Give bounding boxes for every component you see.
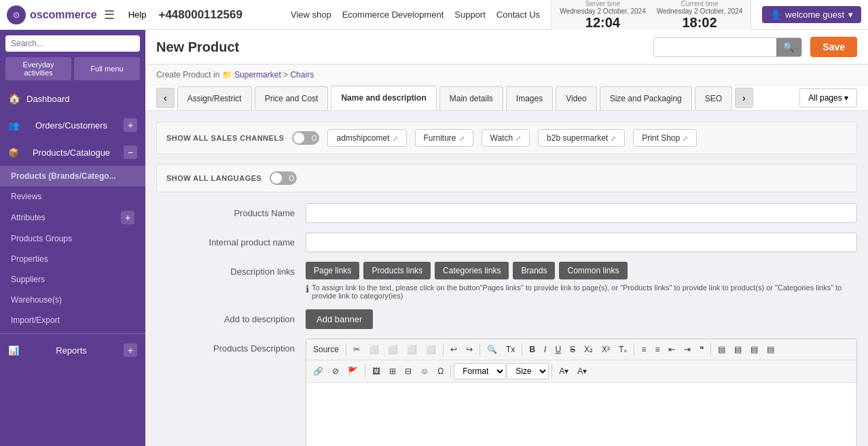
internal-name-input[interactable] [306,233,857,252]
source-button[interactable]: Source [309,342,343,357]
sidebar-sub-item-products-groups[interactable]: Products Groups [0,228,145,249]
tab-size-packaging[interactable]: Size and Packaging [600,86,692,110]
table-button[interactable]: ⊞ [385,363,400,379]
paste-word-button[interactable]: ⬜ [422,342,440,357]
align-left-button[interactable]: ▤ [714,342,729,357]
products-name-input[interactable] [306,203,857,223]
remove-format-button[interactable]: Tₓ [615,342,631,357]
undo-button[interactable]: ↩ [446,342,461,357]
user-menu-button[interactable]: 👤 welcome guest ▾ [762,6,861,23]
everyday-activities-button[interactable]: Everyday activities [5,57,71,80]
sidebar-sub-item-products-brands[interactable]: Products (Brands/Catego... [0,166,145,186]
copy-button[interactable]: ⬜ [365,342,383,357]
sidebar-sub-item-attributes[interactable]: Attributes + [0,207,145,228]
tab-price-cost[interactable]: Price and Cost [255,86,329,110]
tab-main-details[interactable]: Main details [439,86,503,110]
find-button[interactable]: 🔍 [483,342,501,357]
breadcrumb-chairs[interactable]: Chairs [290,70,314,80]
replace-button[interactable]: Tx [502,342,519,357]
image-button[interactable]: 🖼 [368,363,384,379]
blockquote-button[interactable]: ❝ [695,342,708,357]
tab-images[interactable]: Images [506,86,553,110]
common-links-button[interactable]: Common links [559,262,627,279]
save-button[interactable]: Save [810,37,857,57]
paste-button[interactable]: ⬜ [384,342,402,357]
main-content: New Product 🔍 Save Create Product in 📁 S… [145,30,868,446]
horizontal-rule-button[interactable]: ⊟ [401,363,416,379]
editor-body[interactable] [306,383,856,446]
channel-watch[interactable]: Watch ⤢ [482,129,530,147]
tab-name-description[interactable]: Name and description [331,86,436,110]
sidebar-item-orders[interactable]: 👥 Orders/Customers + [0,112,145,139]
reports-expand-button[interactable]: + [124,343,137,357]
breadcrumb-supermarket[interactable]: Supermarket [234,70,281,80]
align-center-button[interactable]: ▤ [730,342,746,357]
link-button[interactable]: 🔗 [309,363,327,379]
categories-links-button[interactable]: Categories links [435,262,509,279]
ecommerce-dev-link[interactable]: Ecommerce Development [342,10,444,20]
bold-button[interactable]: B [525,342,539,357]
page-links-button[interactable]: Page links [306,262,359,279]
top-navigation: ⊙ oscommerce ☰ Help +448000112569 View s… [0,0,868,30]
unlink-button[interactable]: ⊘ [328,363,343,379]
sidebar-item-dashboard[interactable]: 🏠 Dashboard [0,86,145,112]
align-justify-button[interactable]: ▤ [763,342,778,357]
contact-us-link[interactable]: Contact Us [496,10,540,20]
view-shop-link[interactable]: View shop [291,10,331,20]
brands-button[interactable]: Brands [513,262,555,279]
ordered-list-button[interactable]: ≡ [637,342,650,357]
channel-furniture[interactable]: Furniture ⤢ [415,129,473,147]
superscript-button[interactable]: X² [598,342,614,357]
products-expand-button[interactable]: − [124,145,137,159]
help-link[interactable]: Help [128,10,147,20]
align-right-button[interactable]: ▤ [746,342,762,357]
languages-toggle[interactable]: O [270,171,297,185]
logo[interactable]: ⊙ oscommerce [7,5,97,24]
channel-admshipcomet[interactable]: admshipcomet ⤢ [327,129,406,147]
sidebar-sub-item-suppliers[interactable]: Suppliers [0,269,145,290]
font-color-button[interactable]: A▾ [555,363,573,379]
support-link[interactable]: Support [454,10,486,20]
anchor-button[interactable]: 🚩 [344,363,362,379]
size-dropdown[interactable]: Size [507,363,549,379]
sidebar-sub-item-reviews[interactable]: Reviews [0,186,145,207]
tab-assign-restrict[interactable]: Assign/Restrict [177,86,252,110]
paste-text-button[interactable]: ⬜ [403,342,421,357]
hamburger-menu[interactable]: ☰ [104,7,115,22]
channel-print-shop[interactable]: Print Shop ⤢ [633,129,697,147]
underline-button[interactable]: U [551,342,565,357]
sidebar-item-reports[interactable]: 📊 Reports + [0,337,145,364]
header-search-input[interactable] [654,39,776,56]
redo-button[interactable]: ↪ [462,342,477,357]
header-search-button[interactable]: 🔍 [776,38,801,56]
tab-next-button[interactable]: › [735,88,753,108]
sidebar-sub-item-warehouse[interactable]: Warehouse(s) [0,290,145,310]
sidebar-search-input[interactable] [5,35,140,52]
products-links-button[interactable]: Products links [363,262,431,279]
italic-button[interactable]: I [540,342,550,357]
tab-seo[interactable]: SEO [695,86,732,110]
channel-b2b-supermarket[interactable]: b2b supermarket ⤢ [538,129,625,147]
sales-channels-toggle[interactable]: O [292,131,319,145]
indent-button[interactable]: ⇤ [664,342,679,357]
outdent-button[interactable]: ⇥ [680,342,695,357]
format-dropdown[interactable]: Format [454,363,506,379]
special-char-button[interactable]: Ω [433,363,448,379]
unordered-list-button[interactable]: ≡ [651,342,664,357]
full-menu-button[interactable]: Full menu [74,57,140,80]
sidebar-sub-item-properties[interactable]: Properties [0,249,145,269]
cut-button[interactable]: ✂ [349,342,364,357]
tab-video[interactable]: Video [556,86,596,110]
smiley-button[interactable]: ☺ [416,363,433,379]
orders-expand-button[interactable]: + [124,118,137,132]
font-bg-button[interactable]: A▾ [573,363,591,379]
sidebar-item-products[interactable]: 📦 Products/Catalogue − [0,139,145,166]
editor-wrapper: Source ✂ ⬜ ⬜ ⬜ ⬜ ↩ ↪ 🔍 Tx [306,339,857,446]
strikethrough-button[interactable]: S [566,342,579,357]
attributes-expand-button[interactable]: + [121,211,134,224]
add-banner-button[interactable]: Add banner [306,309,373,329]
all-pages-dropdown[interactable]: All pages ▾ [799,88,857,107]
sidebar-sub-item-import-export[interactable]: Import/Export [0,310,145,330]
subscript-button[interactable]: X₂ [580,342,597,357]
tab-prev-button[interactable]: ‹ [156,88,175,108]
